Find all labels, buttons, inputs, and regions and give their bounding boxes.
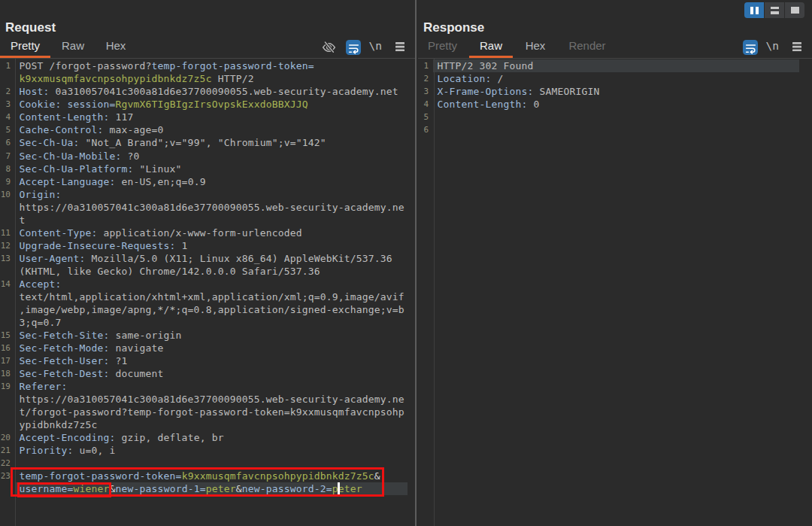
editor-row: 2Host: 0a310057041c300a81d6e37700090055.… — [0, 85, 415, 98]
editor-row: 3;q=0.7 — [0, 316, 415, 329]
code-line: username=wiener&new-password-1=peter&new… — [15, 482, 408, 495]
line-number — [0, 72, 15, 85]
line-number: 6 — [0, 136, 15, 149]
code-line: Content-Type: application/x-www-form-url… — [15, 227, 408, 239]
editor-row: 15Sec-Fetch-Site: same-origin — [0, 329, 415, 342]
editor-toolbar: \n — [0, 36, 415, 58]
response-panel: Response PrettyRawHexRender \n 1HTTP/2 3… — [418, 0, 812, 526]
code-line: t/forgot-password?temp-forgot-password-t… — [15, 406, 408, 418]
newline-toggle[interactable]: \n — [766, 40, 779, 52]
panel-divider[interactable] — [415, 0, 417, 526]
line-number — [0, 201, 15, 214]
line-number: 11 — [0, 227, 15, 239]
line-number: 18 — [0, 367, 15, 380]
line-number: 5 — [0, 123, 15, 136]
editor-row: 4Content-Length: 117 — [0, 111, 415, 123]
hide-nonprintable-icon[interactable] — [322, 40, 336, 54]
line-number: 2 — [0, 85, 15, 98]
code-line: 3;q=0.7 — [15, 316, 408, 329]
code-line: https://0a310057041c300a81d6e37700090055… — [15, 201, 408, 214]
line-number: 20 — [0, 431, 15, 444]
code-line: ypidbnkdz7z5c — [15, 418, 408, 431]
editor-row: 19Referer: — [0, 380, 415, 393]
editor-row: 22 — [0, 457, 415, 470]
line-number: 7 — [0, 150, 15, 163]
editor-row: 1POST /forgot-password?temp-forgot-passw… — [0, 59, 415, 72]
line-number: 22 — [0, 457, 15, 470]
line-number: 23 — [0, 470, 15, 482]
editor-row: (KHTML, like Gecko) Chrome/142.0.0.0 Saf… — [0, 265, 415, 278]
editor-row: 4Content-Length: 0 — [418, 98, 812, 111]
editor-row: 16Sec-Fetch-Mode: navigate — [0, 342, 415, 354]
word-wrap-button[interactable] — [743, 40, 759, 56]
request-tabs-separator — [0, 58, 415, 59]
editor-row: 3X-Frame-Options: SAMEORIGIN — [418, 85, 812, 98]
code-line: Upgrade-Insecure-Requests: 1 — [15, 239, 408, 252]
line-number: 6 — [418, 123, 433, 136]
line-number — [0, 303, 15, 316]
code-line: Sec-Fetch-Mode: navigate — [15, 342, 408, 354]
line-number — [0, 482, 15, 495]
editor-row: 2Location: / — [418, 72, 812, 85]
code-line — [433, 123, 799, 136]
line-number: 1 — [0, 59, 15, 72]
request-panel: Request PrettyRawHex \n 1POST /forgot-pa… — [0, 0, 415, 526]
line-number: 1 — [418, 59, 433, 72]
editor-row: 17Sec-Fetch-User: ?1 — [0, 354, 415, 367]
response-title: Response — [423, 20, 484, 35]
request-editor[interactable]: 1POST /forgot-password?temp-forgot-passw… — [0, 59, 415, 495]
editor-row: 14Accept: — [0, 278, 415, 290]
line-number — [0, 393, 15, 406]
code-line: Sec-Fetch-Dest: document — [15, 367, 408, 380]
code-line: Priority: u=0, i — [15, 444, 408, 457]
editor-row: https://0a310057041c300a81d6e37700090055… — [0, 201, 415, 214]
line-number: 12 — [0, 239, 15, 252]
code-line: Host: 0a310057041c300a81d6e37700090055.w… — [15, 85, 408, 98]
code-line: User-Agent: Mozilla/5.0 (X11; Linux x86_… — [15, 252, 408, 265]
request-gutter-line — [15, 59, 16, 526]
code-line: Location: / — [433, 72, 799, 85]
editor-row: 21Priority: u=0, i — [0, 444, 415, 457]
editor-row: 7Sec-Ch-Ua-Mobile: ?0 — [0, 150, 415, 163]
code-line: Cookie: session=RgvmX6TIgBIgzIrsOvpskExx… — [15, 98, 408, 111]
line-number: 19 — [0, 380, 15, 393]
newline-toggle[interactable]: \n — [369, 40, 382, 52]
response-gutter-line — [434, 59, 435, 526]
code-line: Sec-Fetch-Site: same-origin — [15, 329, 408, 342]
code-line — [15, 457, 408, 470]
editor-row: 20Accept-Encoding: gzip, deflate, br — [0, 431, 415, 444]
code-line: Accept-Encoding: gzip, deflate, br — [15, 431, 408, 444]
code-line: https://0a310057041c300a81d6e37700090055… — [15, 393, 408, 406]
code-line: text/html,application/xhtml+xml,applicat… — [15, 290, 408, 303]
editor-row: 11Content-Type: application/x-www-form-u… — [0, 227, 415, 239]
line-number — [0, 290, 15, 303]
code-line: temp-forgot-password-token=k9xxmusqmfavc… — [15, 470, 408, 482]
line-number: 10 — [0, 188, 15, 201]
line-number: 15 — [0, 329, 15, 342]
line-number: 4 — [0, 111, 15, 123]
line-number: 14 — [0, 278, 15, 290]
editor-toolbar: \n — [418, 36, 812, 58]
code-line: HTTP/2 302 Found — [433, 59, 799, 72]
editor-menu-icon[interactable] — [792, 42, 801, 52]
line-number: 2 — [418, 72, 433, 85]
editor-row: 23temp-forgot-password-token=k9xxmusqmfa… — [0, 470, 415, 482]
code-line: Origin: — [15, 188, 408, 201]
line-number: 3 — [0, 98, 15, 111]
code-line: ,image/webp,image/apng,*/*;q=0.8,applica… — [15, 303, 408, 316]
editor-menu-icon[interactable] — [395, 42, 404, 52]
code-line: Referer: — [15, 380, 408, 393]
editor-row: 10Origin: — [0, 188, 415, 201]
code-line: X-Frame-Options: SAMEORIGIN — [433, 85, 799, 98]
line-number — [0, 214, 15, 227]
editor-row: t — [0, 214, 415, 227]
response-tabs-separator — [418, 58, 812, 59]
word-wrap-button[interactable] — [346, 40, 362, 56]
editor-row: 1HTTP/2 302 Found — [418, 59, 812, 72]
editor-row: 12Upgrade-Insecure-Requests: 1 — [0, 239, 415, 252]
line-number: 13 — [0, 252, 15, 265]
response-editor[interactable]: 1HTTP/2 302 Found2Location: /3X-Frame-Op… — [418, 59, 812, 136]
code-line: Sec-Ch-Ua-Platform: "Linux" — [15, 163, 408, 175]
line-number: 9 — [0, 175, 15, 188]
line-number: 17 — [0, 354, 15, 367]
